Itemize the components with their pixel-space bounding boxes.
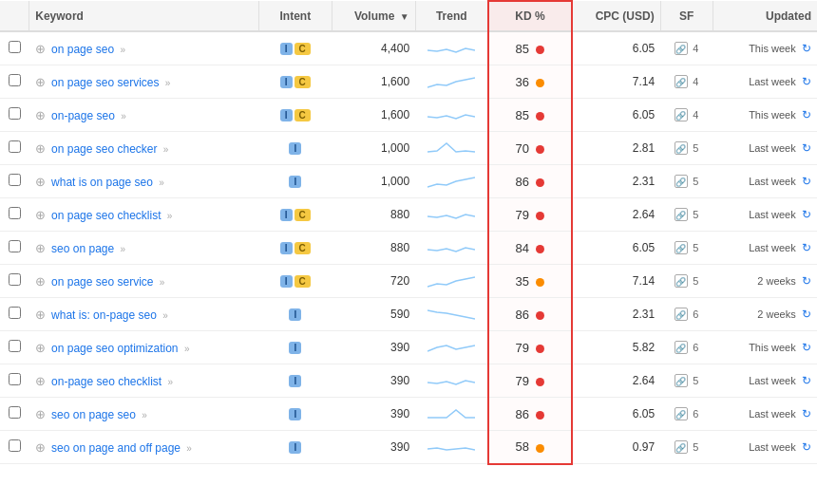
keyword-link[interactable]: seo on page seo xyxy=(51,408,136,421)
sf-cell-5: 🔗 5 xyxy=(660,198,712,232)
cpc-value: 2.31 xyxy=(633,175,655,188)
keyword-table-container: Keyword Intent Volume ▼ Trend KD % CPC (… xyxy=(0,0,817,465)
updated-cell-11: Last week ↻ xyxy=(712,398,817,431)
row-checkbox-10[interactable] xyxy=(9,373,21,385)
keyword-link[interactable]: on page seo checklist xyxy=(51,209,161,222)
keyword-link[interactable]: seo on page xyxy=(51,242,114,255)
kd-value: 79 xyxy=(516,374,529,388)
refresh-icon[interactable]: ↻ xyxy=(802,308,811,321)
sf-icon: 🔗 xyxy=(674,407,688,420)
keyword-link[interactable]: on page seo optimization xyxy=(51,342,178,355)
sf-cell-3: 🔗 5 xyxy=(660,132,712,165)
keyword-link[interactable]: on-page seo checklist xyxy=(51,375,162,388)
keyword-link[interactable]: what is on page seo xyxy=(51,176,153,189)
keyword-link[interactable]: on page seo xyxy=(51,43,114,56)
refresh-icon[interactable]: ↻ xyxy=(802,374,811,387)
updated-header: Updated xyxy=(712,1,817,31)
sf-icon: 🔗 xyxy=(674,75,688,88)
refresh-icon[interactable]: ↻ xyxy=(802,108,811,121)
keyword-cell-9: ⊕ on page seo optimization » xyxy=(29,331,259,364)
cpc-cell-4: 2.31 xyxy=(572,165,660,198)
volume-value: 1,000 xyxy=(381,141,409,155)
sf-num: 5 xyxy=(693,375,698,386)
row-checkbox-5[interactable] xyxy=(9,207,21,219)
checkbox-cell-9 xyxy=(0,331,29,364)
row-checkbox-12[interactable] xyxy=(9,439,21,452)
kd-dot xyxy=(536,245,544,253)
cpc-value: 2.64 xyxy=(633,208,655,221)
row-checkbox-9[interactable] xyxy=(9,340,21,352)
keyword-link[interactable]: on page seo service xyxy=(51,275,153,289)
row-checkbox-4[interactable] xyxy=(9,174,21,186)
refresh-icon[interactable]: ↻ xyxy=(802,175,811,188)
refresh-icon[interactable]: ↻ xyxy=(802,75,811,88)
intent-cell-10: I xyxy=(258,364,332,398)
trend-cell-12 xyxy=(415,431,488,464)
keyword-link[interactable]: on-page seo xyxy=(51,109,115,122)
sf-num: 5 xyxy=(693,242,698,253)
row-checkbox-11[interactable] xyxy=(9,406,21,419)
intent-badge: I xyxy=(280,109,293,121)
row-checkbox-2[interactable] xyxy=(9,107,21,120)
keyword-link[interactable]: on page seo checker xyxy=(51,142,157,156)
intent-badge: I xyxy=(289,142,301,155)
keyword-link[interactable]: on page seo services xyxy=(51,76,159,89)
row-checkbox-1[interactable] xyxy=(9,74,21,86)
kd-cell-12: 58 xyxy=(488,431,572,464)
sf-icon: 🔗 xyxy=(674,108,688,121)
refresh-icon[interactable]: ↻ xyxy=(802,407,811,420)
table-row: ⊕ on page seo services » IC1,600 36 7.14… xyxy=(0,65,817,99)
row-checkbox-3[interactable] xyxy=(9,140,21,153)
row-checkbox-8[interactable] xyxy=(9,307,21,319)
updated-text: 2 weeks xyxy=(757,275,795,287)
volume-cell-4: 1,000 xyxy=(332,165,415,198)
kd-dot xyxy=(536,311,544,320)
refresh-icon[interactable]: ↻ xyxy=(802,440,811,454)
row-checkbox-6[interactable] xyxy=(9,240,21,252)
volume-header[interactable]: Volume ▼ xyxy=(332,1,415,31)
kd-cell-5: 79 xyxy=(488,198,572,232)
chevron-icon: » xyxy=(167,211,173,221)
plus-icon: ⊕ xyxy=(35,374,46,388)
intent-cell-4: I xyxy=(258,165,332,198)
cpc-cell-7: 7.14 xyxy=(572,265,660,298)
cpc-value: 6.05 xyxy=(633,42,655,55)
refresh-icon[interactable]: ↻ xyxy=(802,241,811,254)
updated-text: Last week xyxy=(749,441,796,453)
volume-value: 880 xyxy=(390,208,409,221)
checkbox-cell-11 xyxy=(0,398,29,431)
volume-value: 1,600 xyxy=(381,75,409,88)
sf-icon: 🔗 xyxy=(674,308,688,321)
keyword-link[interactable]: what is: on-page seo xyxy=(51,308,157,322)
checkbox-cell-10 xyxy=(0,364,29,398)
trend-cell-1 xyxy=(415,65,488,99)
volume-value: 720 xyxy=(390,274,409,288)
plus-icon: ⊕ xyxy=(35,341,46,355)
volume-value: 1,600 xyxy=(381,108,409,121)
keyword-link[interactable]: seo on page and off page xyxy=(51,441,180,455)
checkbox-cell-0 xyxy=(0,31,29,65)
volume-cell-9: 390 xyxy=(332,331,415,364)
kd-cell-9: 79 xyxy=(488,331,572,364)
refresh-icon[interactable]: ↻ xyxy=(802,42,811,55)
refresh-icon[interactable]: ↻ xyxy=(802,141,811,155)
kd-cell-2: 85 xyxy=(488,99,572,132)
kd-value: 86 xyxy=(516,175,529,189)
updated-text: This week xyxy=(749,43,796,54)
refresh-icon[interactable]: ↻ xyxy=(802,208,811,221)
refresh-icon[interactable]: ↻ xyxy=(802,274,811,288)
sf-num: 5 xyxy=(693,176,698,187)
table-row: ⊕ what is: on-page seo » I590 86 2.31 🔗 … xyxy=(0,298,817,331)
sf-cell-11: 🔗 6 xyxy=(660,398,712,431)
keyword-header: Keyword xyxy=(29,1,259,31)
chevron-icon: » xyxy=(121,111,126,121)
kd-value: 58 xyxy=(516,439,529,454)
checkbox-cell-6 xyxy=(0,232,29,265)
intent-badge: C xyxy=(294,209,311,221)
chevron-icon: » xyxy=(184,344,190,354)
row-checkbox-0[interactable] xyxy=(9,41,21,53)
refresh-icon[interactable]: ↻ xyxy=(802,341,811,354)
row-checkbox-7[interactable] xyxy=(9,273,21,286)
sort-icon: ▼ xyxy=(400,11,409,22)
updated-text: This week xyxy=(749,342,796,353)
